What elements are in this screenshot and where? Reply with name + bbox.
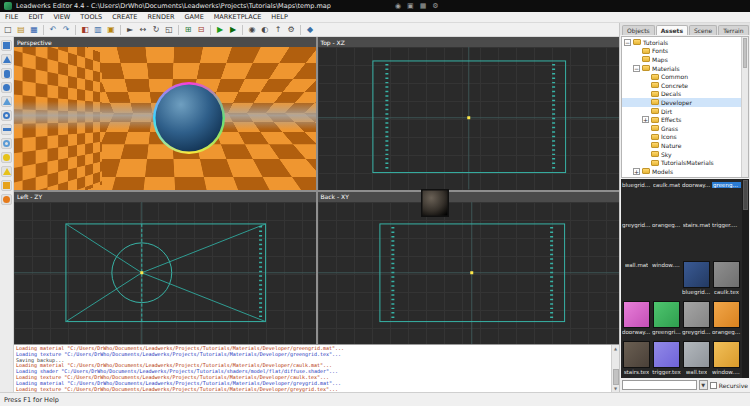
tool-emitter[interactable] [1,194,12,205]
select-tool-icon[interactable]: ► [124,24,136,36]
run-game-icon[interactable]: ▶ [214,24,226,36]
sphere-object[interactable] [155,85,222,152]
tool-tube[interactable] [1,110,12,121]
tool-cylinder[interactable] [1,68,12,79]
thumbnail-scrollbar[interactable] [742,179,749,378]
flashlight-icon[interactable]: ◐ [259,24,271,36]
tab-assets[interactable]: Assets [656,25,688,35]
asset-wall.tex[interactable]: wall.tex [682,341,711,378]
camera-icon[interactable]: ◉ [246,24,258,36]
tree-item-maps[interactable]: Maps [622,55,741,64]
rotate-tool-icon[interactable]: ↻ [150,24,162,36]
scroll-down-icon[interactable]: ▼ [614,385,617,392]
tree-item-grass[interactable]: Grass [622,124,741,133]
tree-item-tutorialsmaterials[interactable]: TutorialsMaterials [622,158,741,167]
menu-view[interactable]: VIEW [53,13,70,21]
tree-item-fonts[interactable]: Fonts [622,47,741,56]
asset-doorway.mat[interactable]: doorway.mat [682,181,711,220]
tool-plane[interactable] [1,124,12,135]
viewport-back-canvas[interactable] [318,202,620,345]
viewport-left-canvas[interactable] [14,202,316,345]
window-mode-icon[interactable]: ▣ [407,2,414,10]
tree-item-developer[interactable]: Developer [622,98,741,107]
menu-render[interactable]: RENDER [147,13,174,21]
viewport-top-canvas[interactable] [318,47,620,190]
scroll-up-icon[interactable]: ▲ [614,345,617,352]
expander-icon[interactable]: − [633,65,640,72]
asset-search-input[interactable] [622,380,697,390]
tree-item-sky[interactable]: Sky [622,150,741,159]
asset-greengrid.tex[interactable]: greengrid.tex [652,301,681,340]
tool-point-light[interactable] [1,152,12,163]
expander-icon[interactable]: + [642,116,649,123]
asset-bluegrid.mat[interactable]: bluegrid.mat [622,181,651,220]
expander-icon[interactable]: − [624,39,631,46]
asset-store-icon[interactable]: ◆ [304,24,316,36]
tree-scrollbar[interactable] [741,37,748,177]
cut-icon[interactable]: ◧ [79,24,91,36]
asset-caulk.mat[interactable]: CAULKcaulk.mat [652,181,681,220]
paste-icon[interactable]: ▣ [105,24,117,36]
asset-doorway.tex[interactable]: doorway.tex [622,301,651,340]
tool-wedge[interactable] [1,54,12,65]
asset-stairs.tex[interactable]: stairs.tex [622,341,651,378]
asset-greengrid.mat[interactable]: greengrid.mat [712,181,741,220]
tab-terrain[interactable]: Terrain [718,25,748,35]
viewport-perspective-canvas[interactable] [14,47,316,190]
debug-game-icon[interactable]: ▶ [227,24,239,36]
menu-marketplace[interactable]: MARKETPLACE [214,13,262,21]
screenshot-icon[interactable]: ◉ [395,2,401,10]
tab-scene[interactable]: Scene [689,25,717,35]
asset-greygrid.tex[interactable]: greygrid.tex [682,301,711,340]
redo-icon[interactable]: ↷ [60,24,72,36]
tree-item-tutorials[interactable]: −Tutorials [622,38,741,47]
tree-item-icons[interactable]: Icons [622,133,741,142]
menu-help[interactable]: HELP [271,13,288,21]
tool-torus[interactable] [1,138,12,149]
menu-tools[interactable]: TOOLS [80,13,102,21]
tool-sphere[interactable] [1,82,12,93]
asset-trigger.mat[interactable]: trigger.mat [712,221,741,260]
menu-game[interactable]: GAME [185,13,204,21]
copy-icon[interactable]: ▥ [92,24,104,36]
options-gear-icon[interactable]: ⚙ [285,24,297,36]
tool-directional-light[interactable] [1,180,12,191]
recursive-checkbox[interactable] [710,382,717,389]
tree-item-concrete[interactable]: Concrete [622,81,741,90]
tree-item-common[interactable]: Common [622,72,741,81]
tree-item-materials[interactable]: −Materials [622,64,741,73]
tool-box[interactable] [1,40,12,51]
new-map-icon[interactable]: □ [2,24,14,36]
tree-item-decals[interactable]: Decals [622,90,741,99]
tree-item-nature[interactable]: Nature [622,141,741,150]
tree-scroll-thumb[interactable] [743,38,747,68]
open-map-icon[interactable]: ▤ [15,24,27,36]
tool-cone[interactable] [1,96,12,107]
console-scroll-track[interactable] [613,352,619,385]
asset-wall.mat[interactable]: wall.mat [622,261,651,300]
save-map-icon[interactable]: ▦ [28,24,40,36]
tool-spot-light[interactable] [1,166,12,177]
move-tool-icon[interactable]: ↔ [137,24,149,36]
expander-icon[interactable]: + [633,168,640,175]
console-scroll-thumb[interactable] [613,369,619,385]
menu-edit[interactable]: EDIT [28,13,43,21]
asset-window.tex[interactable]: window.tex [712,341,741,378]
scale-tool-icon[interactable]: ◱ [163,24,175,36]
asset-greygrid.mat[interactable]: greygrid.mat [622,221,651,260]
thumbnail-scroll-thumb[interactable] [743,180,748,210]
asset-bluegrid.tex[interactable]: bluegrid.tex [682,261,711,300]
settings-gear-icon[interactable]: ⚙ [432,2,438,10]
csg-subtract-icon[interactable]: ⊟ [195,24,207,36]
asset-caulk.tex[interactable]: caulk.tex [712,261,741,300]
asset-trigger.tex[interactable]: trigger.tex [652,341,681,378]
tree-item-dirt[interactable]: Dirt [622,107,741,116]
asset-window.mat[interactable]: window.mat [652,261,681,300]
tree-item-models[interactable]: +Models [622,167,741,176]
menu-file[interactable]: FILE [5,13,18,21]
asset-orangegrid.mat[interactable]: orangegrid.mat [652,221,681,260]
tab-objects[interactable]: Objects [622,25,655,35]
csg-add-icon[interactable]: ⊞ [182,24,194,36]
asset-stairs.mat[interactable]: stairs.mat [682,221,711,260]
monitor-icon[interactable]: ▦ [420,2,427,10]
